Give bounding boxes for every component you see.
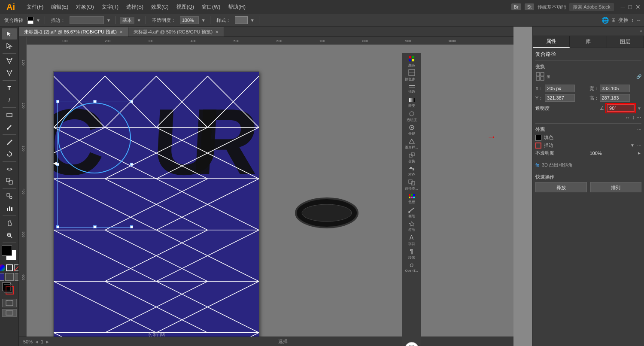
flip-h-icon[interactable]: ↔ xyxy=(625,115,630,121)
appearance-more-icon[interactable]: ⋯ xyxy=(637,127,641,132)
graphicstyle-panel-icon[interactable]: 图形样... xyxy=(404,137,419,150)
graph-tool[interactable] xyxy=(2,203,17,214)
pathfinder-panel-icon[interactable]: 路径查... xyxy=(404,179,419,191)
arrange-button[interactable]: 排列 xyxy=(590,182,642,192)
align-panel-icon[interactable]: 对齐 xyxy=(404,165,419,178)
more-options-icon[interactable]: ⋯ xyxy=(636,115,641,121)
color-panel-icon[interactable]: 颜色 xyxy=(404,55,419,68)
pen-tool[interactable] xyxy=(2,55,17,67)
menu-window[interactable]: 窗口(W) xyxy=(198,2,224,12)
fill-stroke-swatches[interactable] xyxy=(27,17,33,24)
search-stock[interactable]: 搜索 Adobe Stock xyxy=(569,3,614,11)
transform-constrain-icon[interactable]: 🔗 xyxy=(636,74,641,79)
tab-2[interactable]: 未标题-4.ai* @ 50% (RGB/GPU 预览) ✕ xyxy=(128,27,224,36)
rect-tool[interactable] xyxy=(2,109,17,121)
symbols-panel-icon[interactable]: 符号 xyxy=(404,220,419,233)
warp-tool[interactable] xyxy=(2,164,17,175)
stroke-chain[interactable]: ⋯ xyxy=(637,143,641,148)
style-arrow[interactable]: ▼ xyxy=(250,18,255,23)
opacity-arrow[interactable]: ► xyxy=(637,151,641,155)
stock-btn[interactable]: St xyxy=(525,3,534,10)
direct-selection-tool[interactable] xyxy=(2,40,17,52)
angle-dropdown-arrow[interactable]: ▼ xyxy=(637,106,641,111)
stroke-input[interactable] xyxy=(70,16,104,24)
canvas-area[interactable]: 100 200 300 400 500 600 700 800 900 1000… xyxy=(19,37,513,337)
line-tool[interactable]: / xyxy=(2,94,17,106)
gradient-btn[interactable] xyxy=(6,264,13,271)
opacity-arrow[interactable]: ▼ xyxy=(201,18,206,23)
stroke-swatch[interactable] xyxy=(27,21,33,24)
stroke-panel-icon[interactable]: 描边 xyxy=(404,82,419,95)
flip-v-icon[interactable]: ↕ xyxy=(632,115,635,121)
minimize-btn[interactable]: ─ xyxy=(621,3,625,10)
colorguide-panel-icon[interactable]: 颜色参... xyxy=(404,69,419,82)
rotate-tool[interactable] xyxy=(2,149,17,160)
opentype-panel-icon[interactable]: O OpenT... xyxy=(404,261,419,274)
transform-icon[interactable]: 变换 xyxy=(618,17,629,24)
zoom-arrow-left[interactable]: ◄ xyxy=(34,339,39,344)
zoom-level[interactable]: 50% xyxy=(23,339,33,344)
stroke-arrow[interactable]: ▼ xyxy=(630,143,635,148)
threed-more[interactable]: ⋯ xyxy=(637,163,641,167)
brush-tool[interactable] xyxy=(2,67,17,79)
style-swatch[interactable] xyxy=(235,16,248,24)
close-btn[interactable]: ✕ xyxy=(635,3,641,10)
type-tool[interactable]: T xyxy=(2,82,17,94)
tab-2-close[interactable]: ✕ xyxy=(215,30,219,34)
transparency-panel-icon[interactable]: 透明度 xyxy=(404,110,419,123)
zoom-tool[interactable] xyxy=(2,230,17,241)
tab-1-close[interactable]: ✕ xyxy=(119,30,123,34)
menu-select[interactable]: 选择(S) xyxy=(123,2,147,12)
panel-tab-properties[interactable]: 属性 xyxy=(533,36,570,48)
tab-1[interactable]: 未标题-1 (2).ai* @ 66.67% (RGB/GPU 预览) ✕ xyxy=(19,27,128,36)
scale-tool[interactable] xyxy=(2,176,17,187)
restore-btn[interactable]: □ xyxy=(629,3,632,10)
character-panel-icon[interactable]: A 字符 xyxy=(404,234,419,246)
draw-normal[interactable] xyxy=(5,273,14,281)
color-mode-btn[interactable] xyxy=(0,264,5,271)
paragraph-panel-icon[interactable]: ¶ 段落 xyxy=(404,247,419,260)
w-input[interactable] xyxy=(600,85,630,92)
panel-tab-library[interactable]: 库 xyxy=(570,36,607,48)
foreground-color[interactable] xyxy=(2,246,12,256)
bridge-btn[interactable]: Br xyxy=(511,3,521,10)
y-input[interactable] xyxy=(545,94,575,102)
transform2-icon[interactable]: ↕ xyxy=(631,17,634,23)
zoom-arrow-right[interactable]: ► xyxy=(45,339,50,344)
brushes-panel-icon[interactable]: 画笔 xyxy=(404,206,419,219)
stroke-dropdown[interactable]: ▼ xyxy=(106,18,111,23)
dropdown-arrow-fill[interactable]: ▼ xyxy=(36,18,40,23)
menu-text[interactable]: 文字(T) xyxy=(98,2,122,12)
gradient-panel-icon[interactable]: 渐变 xyxy=(404,96,419,109)
menu-effect[interactable]: 效果(C) xyxy=(148,2,172,12)
basic-arrow[interactable]: ▼ xyxy=(137,18,141,23)
x-input[interactable] xyxy=(545,85,575,92)
menu-edit[interactable]: 编辑(E) xyxy=(48,2,72,12)
angle-input[interactable] xyxy=(607,104,635,112)
menu-help[interactable]: 帮助(H) xyxy=(225,2,249,12)
grid-icon[interactable]: ⊞ xyxy=(611,17,616,23)
screen-mode-btn[interactable] xyxy=(2,282,17,297)
zoom-controls[interactable]: 50% ◄ 1 ► xyxy=(23,339,50,344)
artboard-tool[interactable] xyxy=(2,299,17,307)
shape-builder-tool[interactable] xyxy=(2,191,17,202)
fill-color-swatch[interactable] xyxy=(535,135,541,141)
swatches-panel-icon[interactable]: 色板 xyxy=(404,192,419,205)
panel-tab-layers[interactable]: 图层 xyxy=(607,36,644,48)
draw-inside[interactable] xyxy=(0,273,4,281)
screen-toggle[interactable] xyxy=(2,309,17,317)
stroke-color-swatch[interactable] xyxy=(535,143,541,149)
pencil-tool[interactable] xyxy=(2,137,17,148)
hand-tool[interactable] xyxy=(2,218,17,229)
menu-object[interactable]: 对象(O) xyxy=(73,2,97,12)
transform-panel-icon[interactable]: 变换 xyxy=(404,151,419,164)
fill-swatch[interactable] xyxy=(27,17,33,20)
opacity-input[interactable] xyxy=(180,16,199,24)
menu-view[interactable]: 视图(Q) xyxy=(173,2,197,12)
eyedropper-tool[interactable] xyxy=(2,121,17,133)
basic-dropdown[interactable]: 基本 xyxy=(120,17,134,24)
transform3-icon[interactable]: ↔ xyxy=(636,17,641,23)
panel-collapse-btn[interactable]: « xyxy=(640,29,642,33)
appearance-panel-icon[interactable]: 外观 xyxy=(404,124,419,137)
h-input[interactable] xyxy=(600,94,630,102)
